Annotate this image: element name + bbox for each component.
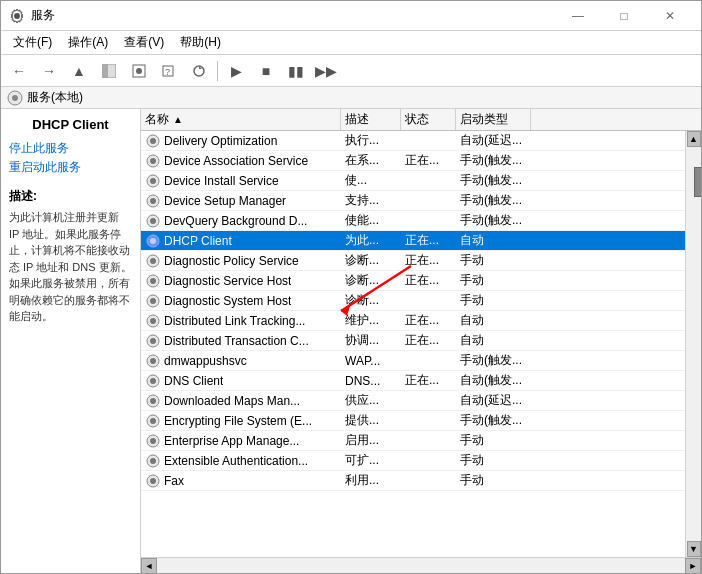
service-icon bbox=[145, 193, 161, 209]
service-start-type: 手动 bbox=[456, 451, 531, 470]
minimize-button[interactable]: — bbox=[555, 1, 601, 31]
service-row[interactable]: Enterprise App Manage...启用...手动 bbox=[141, 431, 685, 451]
service-icon bbox=[145, 413, 161, 429]
service-status bbox=[401, 431, 456, 450]
svg-point-11 bbox=[150, 138, 156, 144]
services-list[interactable]: Delivery Optimization执行...自动(延迟...Device… bbox=[141, 131, 685, 557]
menu-view[interactable]: 查看(V) bbox=[116, 32, 172, 53]
close-button[interactable]: ✕ bbox=[647, 1, 693, 31]
scroll-thumb[interactable] bbox=[694, 167, 702, 197]
service-start-type: 自动(触发... bbox=[456, 371, 531, 390]
service-desc: 诊断... bbox=[341, 271, 401, 290]
service-status: 正在... bbox=[401, 371, 456, 390]
pause-button[interactable]: ▮▮ bbox=[282, 58, 310, 84]
service-row[interactable]: dmwappushsvcWAP...手动(触发... bbox=[141, 351, 685, 371]
menu-action[interactable]: 操作(A) bbox=[60, 32, 116, 53]
sidebar: DHCP Client 停止此服务 重启动此服务 描述: 为此计算机注册并更新 … bbox=[1, 109, 141, 573]
scroll-up[interactable]: ▲ bbox=[687, 131, 701, 147]
play-button[interactable]: ▶ bbox=[222, 58, 250, 84]
service-row[interactable]: Delivery Optimization执行...自动(延迟... bbox=[141, 131, 685, 151]
svg-point-23 bbox=[150, 258, 156, 264]
stop-service-link[interactable]: 停止此服务 bbox=[9, 140, 132, 157]
service-row[interactable]: Device Setup Manager支持...手动(触发... bbox=[141, 191, 685, 211]
help2-button[interactable]: ? bbox=[155, 58, 183, 84]
menu-bar: 文件(F) 操作(A) 查看(V) 帮助(H) bbox=[1, 31, 701, 55]
service-name: Delivery Optimization bbox=[164, 134, 277, 148]
service-desc: 使能... bbox=[341, 211, 401, 230]
service-start-type: 自动(延迟... bbox=[456, 131, 531, 150]
svg-point-43 bbox=[150, 458, 156, 464]
refresh-button[interactable] bbox=[185, 58, 213, 84]
horizontal-scrollbar[interactable]: ◄ ► bbox=[141, 557, 701, 573]
service-row[interactable]: DevQuery Background D...使能...手动(触发... bbox=[141, 211, 685, 231]
forward-button[interactable]: → bbox=[35, 58, 63, 84]
up-button[interactable]: ▲ bbox=[65, 58, 93, 84]
svg-point-15 bbox=[150, 178, 156, 184]
service-row[interactable]: Fax利用...手动 bbox=[141, 471, 685, 491]
service-row[interactable]: Distributed Transaction C...协调...正在...自动 bbox=[141, 331, 685, 351]
service-icon bbox=[145, 433, 161, 449]
col-header-status[interactable]: 状态 bbox=[401, 109, 456, 130]
service-desc: 诊断... bbox=[341, 291, 401, 310]
service-name: Encrypting File System (E... bbox=[164, 414, 312, 428]
service-name: Fax bbox=[164, 474, 184, 488]
svg-point-27 bbox=[150, 298, 156, 304]
properties-button[interactable] bbox=[125, 58, 153, 84]
service-row[interactable]: Downloaded Maps Man...供应...自动(延迟... bbox=[141, 391, 685, 411]
service-status bbox=[401, 351, 456, 370]
service-status: 正在... bbox=[401, 231, 456, 250]
main-content: DHCP Client 停止此服务 重启动此服务 描述: 为此计算机注册并更新 … bbox=[1, 109, 701, 573]
service-status: 正在... bbox=[401, 331, 456, 350]
svg-point-4 bbox=[136, 68, 142, 74]
service-name: dmwappushsvc bbox=[164, 354, 247, 368]
service-icon bbox=[145, 393, 161, 409]
col-header-desc[interactable]: 描述 bbox=[341, 109, 401, 130]
maximize-button[interactable]: □ bbox=[601, 1, 647, 31]
scroll-right[interactable]: ► bbox=[685, 558, 701, 574]
service-row[interactable]: Extensible Authentication...可扩...手动 bbox=[141, 451, 685, 471]
title-bar: 服务 — □ ✕ bbox=[1, 1, 701, 31]
service-icon bbox=[145, 253, 161, 269]
service-start-type: 手动(触发... bbox=[456, 411, 531, 430]
svg-point-41 bbox=[150, 438, 156, 444]
col-header-start[interactable]: 启动类型 bbox=[456, 109, 531, 130]
service-row[interactable]: Device Install Service使...手动(触发... bbox=[141, 171, 685, 191]
service-name: Device Setup Manager bbox=[164, 194, 286, 208]
service-name: Enterprise App Manage... bbox=[164, 434, 299, 448]
service-row[interactable]: Device Association Service在系...正在...手动(触… bbox=[141, 151, 685, 171]
service-row[interactable]: Diagnostic System Host诊断...手动 bbox=[141, 291, 685, 311]
sidebar-service-name: DHCP Client bbox=[9, 117, 132, 132]
service-icon bbox=[145, 293, 161, 309]
service-desc: 提供... bbox=[341, 411, 401, 430]
sidebar-desc-label: 描述: bbox=[9, 188, 132, 205]
scroll-left[interactable]: ◄ bbox=[141, 558, 157, 574]
show-hide-button[interactable] bbox=[95, 58, 123, 84]
nav-label: 服务(本地) bbox=[27, 89, 83, 106]
restart-service-link[interactable]: 重启动此服务 bbox=[9, 159, 132, 176]
service-icon bbox=[145, 453, 161, 469]
service-row[interactable]: DNS ClientDNS...正在...自动(触发... bbox=[141, 371, 685, 391]
service-start-type: 手动 bbox=[456, 251, 531, 270]
service-start-type: 手动 bbox=[456, 271, 531, 290]
stop-button[interactable]: ■ bbox=[252, 58, 280, 84]
svg-point-29 bbox=[150, 318, 156, 324]
service-status bbox=[401, 411, 456, 430]
service-row[interactable]: Diagnostic Policy Service诊断...正在...手动 bbox=[141, 251, 685, 271]
service-row[interactable]: DHCP Client为此...正在...自动 bbox=[141, 231, 685, 251]
scroll-down[interactable]: ▼ bbox=[687, 541, 701, 557]
menu-help[interactable]: 帮助(H) bbox=[172, 32, 229, 53]
svg-point-21 bbox=[150, 238, 156, 244]
service-name: DevQuery Background D... bbox=[164, 214, 307, 228]
col-header-name[interactable]: 名称 ▲ bbox=[141, 109, 341, 130]
menu-file[interactable]: 文件(F) bbox=[5, 32, 60, 53]
service-row[interactable]: Distributed Link Tracking...维护...正在...自动 bbox=[141, 311, 685, 331]
svg-point-35 bbox=[150, 378, 156, 384]
restart-button[interactable]: ▶▶ bbox=[312, 58, 340, 84]
back-button[interactable]: ← bbox=[5, 58, 33, 84]
scrollbar[interactable]: ▲ ▼ bbox=[685, 131, 701, 557]
services-area: 名称 ▲ 描述 状态 启动类型 Delivery Optimization执行.… bbox=[141, 109, 701, 573]
service-row[interactable]: Diagnostic Service Host诊断...正在...手动 bbox=[141, 271, 685, 291]
svg-point-19 bbox=[150, 218, 156, 224]
service-row[interactable]: Encrypting File System (E...提供...手动(触发..… bbox=[141, 411, 685, 431]
service-desc: 诊断... bbox=[341, 251, 401, 270]
